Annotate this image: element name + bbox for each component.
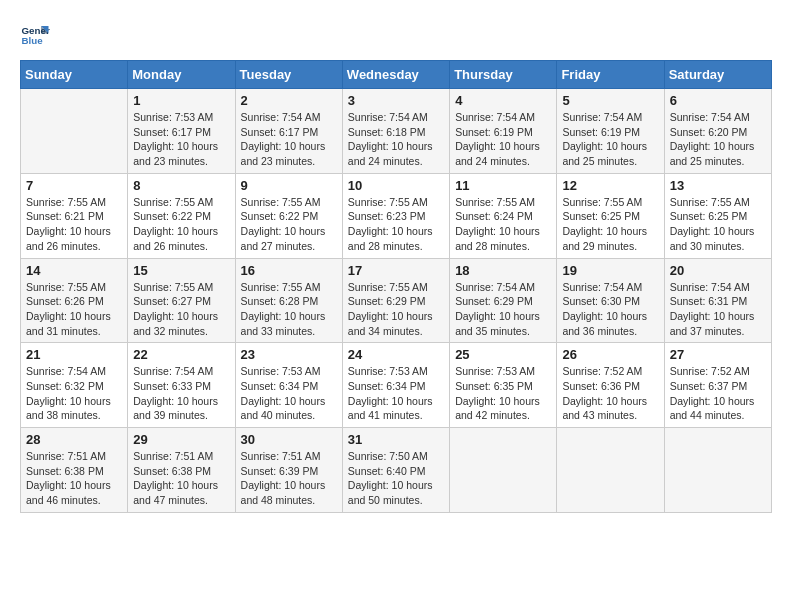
calendar-cell: 5Sunrise: 7:54 AMSunset: 6:19 PMDaylight…	[557, 89, 664, 174]
calendar-week-1: 1Sunrise: 7:53 AMSunset: 6:17 PMDaylight…	[21, 89, 772, 174]
day-info: Sunrise: 7:55 AMSunset: 6:25 PMDaylight:…	[670, 195, 766, 254]
calendar-cell: 1Sunrise: 7:53 AMSunset: 6:17 PMDaylight…	[128, 89, 235, 174]
calendar-cell: 24Sunrise: 7:53 AMSunset: 6:34 PMDayligh…	[342, 343, 449, 428]
day-info: Sunrise: 7:53 AMSunset: 6:17 PMDaylight:…	[133, 110, 229, 169]
day-number: 12	[562, 178, 658, 193]
header-friday: Friday	[557, 61, 664, 89]
logo: General Blue	[20, 20, 50, 50]
calendar-cell: 7Sunrise: 7:55 AMSunset: 6:21 PMDaylight…	[21, 173, 128, 258]
calendar-cell: 16Sunrise: 7:55 AMSunset: 6:28 PMDayligh…	[235, 258, 342, 343]
calendar-cell: 21Sunrise: 7:54 AMSunset: 6:32 PMDayligh…	[21, 343, 128, 428]
header-wednesday: Wednesday	[342, 61, 449, 89]
day-number: 22	[133, 347, 229, 362]
calendar-cell: 4Sunrise: 7:54 AMSunset: 6:19 PMDaylight…	[450, 89, 557, 174]
calendar-week-2: 7Sunrise: 7:55 AMSunset: 6:21 PMDaylight…	[21, 173, 772, 258]
day-info: Sunrise: 7:55 AMSunset: 6:27 PMDaylight:…	[133, 280, 229, 339]
calendar-cell: 10Sunrise: 7:55 AMSunset: 6:23 PMDayligh…	[342, 173, 449, 258]
day-number: 5	[562, 93, 658, 108]
day-info: Sunrise: 7:51 AMSunset: 6:38 PMDaylight:…	[26, 449, 122, 508]
calendar-cell: 27Sunrise: 7:52 AMSunset: 6:37 PMDayligh…	[664, 343, 771, 428]
day-info: Sunrise: 7:52 AMSunset: 6:37 PMDaylight:…	[670, 364, 766, 423]
day-info: Sunrise: 7:55 AMSunset: 6:21 PMDaylight:…	[26, 195, 122, 254]
day-number: 15	[133, 263, 229, 278]
calendar-cell: 11Sunrise: 7:55 AMSunset: 6:24 PMDayligh…	[450, 173, 557, 258]
day-number: 30	[241, 432, 337, 447]
day-info: Sunrise: 7:53 AMSunset: 6:35 PMDaylight:…	[455, 364, 551, 423]
calendar-cell: 15Sunrise: 7:55 AMSunset: 6:27 PMDayligh…	[128, 258, 235, 343]
calendar-cell: 2Sunrise: 7:54 AMSunset: 6:17 PMDaylight…	[235, 89, 342, 174]
day-info: Sunrise: 7:54 AMSunset: 6:19 PMDaylight:…	[455, 110, 551, 169]
day-info: Sunrise: 7:51 AMSunset: 6:39 PMDaylight:…	[241, 449, 337, 508]
day-number: 11	[455, 178, 551, 193]
day-number: 28	[26, 432, 122, 447]
day-number: 2	[241, 93, 337, 108]
day-info: Sunrise: 7:55 AMSunset: 6:22 PMDaylight:…	[133, 195, 229, 254]
calendar-week-5: 28Sunrise: 7:51 AMSunset: 6:38 PMDayligh…	[21, 428, 772, 513]
calendar-cell: 14Sunrise: 7:55 AMSunset: 6:26 PMDayligh…	[21, 258, 128, 343]
header-thursday: Thursday	[450, 61, 557, 89]
calendar-cell: 23Sunrise: 7:53 AMSunset: 6:34 PMDayligh…	[235, 343, 342, 428]
day-info: Sunrise: 7:52 AMSunset: 6:36 PMDaylight:…	[562, 364, 658, 423]
day-info: Sunrise: 7:53 AMSunset: 6:34 PMDaylight:…	[241, 364, 337, 423]
day-number: 23	[241, 347, 337, 362]
day-info: Sunrise: 7:50 AMSunset: 6:40 PMDaylight:…	[348, 449, 444, 508]
day-info: Sunrise: 7:54 AMSunset: 6:32 PMDaylight:…	[26, 364, 122, 423]
page-header: General Blue	[20, 20, 772, 50]
day-number: 7	[26, 178, 122, 193]
day-number: 6	[670, 93, 766, 108]
calendar-cell: 20Sunrise: 7:54 AMSunset: 6:31 PMDayligh…	[664, 258, 771, 343]
day-info: Sunrise: 7:55 AMSunset: 6:22 PMDaylight:…	[241, 195, 337, 254]
day-info: Sunrise: 7:55 AMSunset: 6:28 PMDaylight:…	[241, 280, 337, 339]
day-number: 3	[348, 93, 444, 108]
day-info: Sunrise: 7:55 AMSunset: 6:25 PMDaylight:…	[562, 195, 658, 254]
calendar-cell: 9Sunrise: 7:55 AMSunset: 6:22 PMDaylight…	[235, 173, 342, 258]
calendar-cell: 17Sunrise: 7:55 AMSunset: 6:29 PMDayligh…	[342, 258, 449, 343]
day-info: Sunrise: 7:51 AMSunset: 6:38 PMDaylight:…	[133, 449, 229, 508]
calendar-cell: 26Sunrise: 7:52 AMSunset: 6:36 PMDayligh…	[557, 343, 664, 428]
calendar-cell: 6Sunrise: 7:54 AMSunset: 6:20 PMDaylight…	[664, 89, 771, 174]
day-number: 31	[348, 432, 444, 447]
calendar-cell	[21, 89, 128, 174]
calendar-cell: 3Sunrise: 7:54 AMSunset: 6:18 PMDaylight…	[342, 89, 449, 174]
header-sunday: Sunday	[21, 61, 128, 89]
day-number: 20	[670, 263, 766, 278]
day-number: 17	[348, 263, 444, 278]
day-number: 27	[670, 347, 766, 362]
day-number: 9	[241, 178, 337, 193]
day-number: 8	[133, 178, 229, 193]
day-info: Sunrise: 7:55 AMSunset: 6:29 PMDaylight:…	[348, 280, 444, 339]
day-info: Sunrise: 7:54 AMSunset: 6:17 PMDaylight:…	[241, 110, 337, 169]
day-info: Sunrise: 7:54 AMSunset: 6:29 PMDaylight:…	[455, 280, 551, 339]
day-number: 29	[133, 432, 229, 447]
day-number: 13	[670, 178, 766, 193]
day-info: Sunrise: 7:55 AMSunset: 6:24 PMDaylight:…	[455, 195, 551, 254]
day-number: 21	[26, 347, 122, 362]
calendar-week-4: 21Sunrise: 7:54 AMSunset: 6:32 PMDayligh…	[21, 343, 772, 428]
day-number: 1	[133, 93, 229, 108]
day-info: Sunrise: 7:55 AMSunset: 6:26 PMDaylight:…	[26, 280, 122, 339]
day-number: 24	[348, 347, 444, 362]
calendar-cell: 13Sunrise: 7:55 AMSunset: 6:25 PMDayligh…	[664, 173, 771, 258]
calendar-cell: 31Sunrise: 7:50 AMSunset: 6:40 PMDayligh…	[342, 428, 449, 513]
day-info: Sunrise: 7:55 AMSunset: 6:23 PMDaylight:…	[348, 195, 444, 254]
header-row: Sunday Monday Tuesday Wednesday Thursday…	[21, 61, 772, 89]
calendar-week-3: 14Sunrise: 7:55 AMSunset: 6:26 PMDayligh…	[21, 258, 772, 343]
day-number: 26	[562, 347, 658, 362]
calendar-cell: 12Sunrise: 7:55 AMSunset: 6:25 PMDayligh…	[557, 173, 664, 258]
header-monday: Monday	[128, 61, 235, 89]
day-info: Sunrise: 7:54 AMSunset: 6:31 PMDaylight:…	[670, 280, 766, 339]
day-info: Sunrise: 7:54 AMSunset: 6:20 PMDaylight:…	[670, 110, 766, 169]
calendar-cell: 30Sunrise: 7:51 AMSunset: 6:39 PMDayligh…	[235, 428, 342, 513]
day-info: Sunrise: 7:54 AMSunset: 6:19 PMDaylight:…	[562, 110, 658, 169]
calendar-cell: 25Sunrise: 7:53 AMSunset: 6:35 PMDayligh…	[450, 343, 557, 428]
calendar-cell: 18Sunrise: 7:54 AMSunset: 6:29 PMDayligh…	[450, 258, 557, 343]
calendar-cell	[664, 428, 771, 513]
day-number: 19	[562, 263, 658, 278]
day-number: 10	[348, 178, 444, 193]
calendar-cell: 22Sunrise: 7:54 AMSunset: 6:33 PMDayligh…	[128, 343, 235, 428]
header-tuesday: Tuesday	[235, 61, 342, 89]
logo-icon: General Blue	[20, 20, 50, 50]
calendar-cell: 29Sunrise: 7:51 AMSunset: 6:38 PMDayligh…	[128, 428, 235, 513]
svg-text:Blue: Blue	[22, 35, 44, 46]
calendar-cell: 19Sunrise: 7:54 AMSunset: 6:30 PMDayligh…	[557, 258, 664, 343]
